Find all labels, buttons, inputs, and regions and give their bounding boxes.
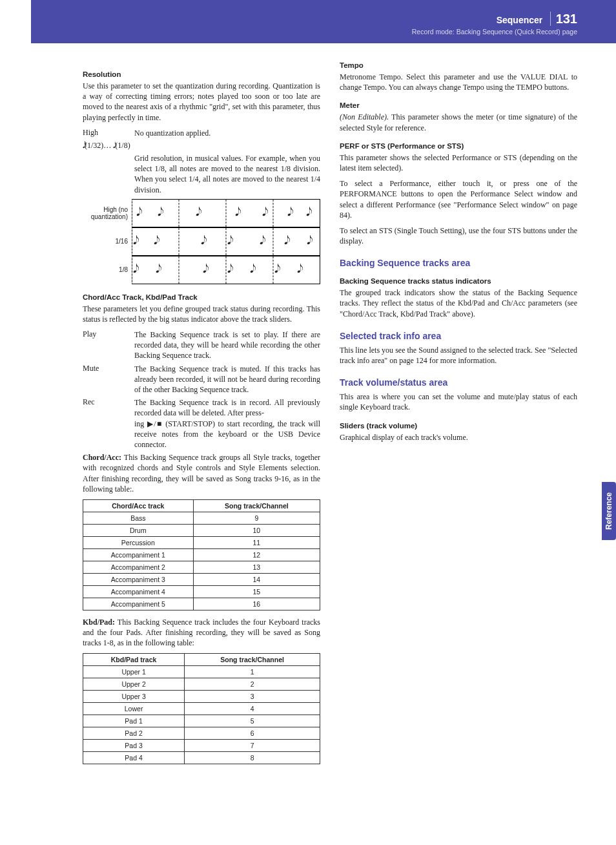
backseq-sub: Backing Sequence tracks status indicator… (340, 277, 577, 285)
selected-text: This line lets you see the Sound assigne… (340, 345, 577, 366)
quant-label-high: High (no quantization) (83, 206, 132, 220)
table2-h2: Song track/Channel (185, 654, 320, 666)
kbd-pad-table: Kbd/Pad track Song track/Channel Upper 1… (83, 653, 320, 764)
table-row: Pad 15 (83, 715, 320, 727)
selected-heading: Selected track info area (340, 331, 577, 341)
def-rec-1: The Backing Sequence track is in record.… (134, 398, 320, 417)
kbdpad-text: Kbd/Pad: This Backing Sequence track inc… (83, 617, 320, 649)
meter-text: (Non Editable). This parameter shows the… (340, 112, 577, 132)
resolution-heading: Resolution (83, 70, 320, 78)
tempo-heading: Tempo (340, 61, 577, 69)
table-row: Upper 22 (83, 678, 320, 691)
volume-text: This area is where you can set the volum… (340, 391, 577, 412)
backseq-heading: Backing Sequence tracks area (340, 258, 577, 268)
quant-label-16: 1/16 (83, 238, 132, 245)
chordacc-text: Chord/Acc: This Backing Sequence track g… (83, 452, 320, 494)
def-range: Grid resolution, in musical values. For … (134, 153, 320, 195)
def-rec-2: ing ▶/■ (START/STOP) to start recording,… (134, 419, 320, 449)
sliders-heading: Sliders (track volume) (340, 422, 577, 430)
perf-text-2: To select a Performance, either touch it… (340, 178, 577, 220)
table-row: Upper 33 (83, 691, 320, 703)
chord-acc-table: Chord/Acc track Song track/Channel Bass9… (83, 499, 320, 610)
sliders-text: Graphical display of each track's volume… (340, 432, 577, 443)
resolution-text: Use this parameter to set the quantizati… (83, 81, 320, 123)
perf-text-3: To select an STS (Single Touch Setting),… (340, 225, 577, 246)
table-row: Lower4 (83, 703, 320, 715)
table-row: Accompaniment 112 (83, 548, 320, 561)
table-row: Pad 48 (83, 752, 320, 764)
header-subtitle: Record mode: Backing Sequence (Quick Rec… (412, 28, 577, 36)
quant-label-8: 1/8 (83, 266, 132, 273)
term-mute: Mute (83, 364, 134, 395)
meter-heading: Meter (340, 101, 577, 109)
table-row: Drum10 (83, 524, 320, 536)
table-row: Accompaniment 516 (83, 598, 320, 610)
table-row: Accompaniment 213 (83, 561, 320, 573)
term-play: Play (83, 329, 134, 361)
range-spacer (83, 153, 134, 195)
tempo-text: Metronome Tempo. Select this parameter a… (340, 72, 577, 92)
chord-heading: Chord/Acc Track, Kbd/Pad Track (83, 293, 320, 301)
page-number: 131 (550, 12, 577, 26)
backseq-text: The grouped track indicators show the st… (340, 287, 577, 319)
table-row: Accompaniment 314 (83, 573, 320, 585)
page-body: Resolution Use this parameter to set the… (0, 43, 616, 799)
table-row: Bass9 (83, 512, 320, 524)
def-mute: The Backing Sequence track is muted. If … (134, 364, 320, 395)
page-header: Sequencer 131 Record mode: Backing Seque… (31, 0, 616, 43)
table1-h2: Song track/Channel (193, 499, 320, 512)
def-high: No quantization applied. (134, 128, 320, 138)
perf-text-1: This parameter shows the selected Perfor… (340, 152, 577, 173)
table-row: Upper 11 (83, 666, 320, 678)
table-row: Percussion11 (83, 536, 320, 548)
quantization-diagram: High (no quantization) 𝅘𝅥𝅮𝅘𝅥𝅮 𝅘𝅥𝅮 𝅘𝅥𝅮𝅘𝅥𝅮… (83, 199, 320, 284)
table2-h1: Kbd/Pad track (83, 654, 185, 666)
side-tab-reference: Reference (602, 482, 616, 540)
table-row: Pad 26 (83, 727, 320, 740)
chord-text: These parameters let you define grouped … (83, 304, 320, 324)
table1-h1: Chord/Acc track (83, 499, 194, 512)
term-rec: Rec (83, 397, 134, 450)
table-row: Accompaniment 415 (83, 585, 320, 598)
term-high: High (83, 128, 134, 138)
table-row: Pad 37 (83, 740, 320, 752)
perf-heading: PERF or STS (Performance or STS) (340, 142, 577, 150)
volume-heading: Track volume/status area (340, 377, 577, 388)
header-section: Sequencer (497, 15, 543, 25)
term-range: 𝅘𝅥𝅰 (1/32)… 𝅘𝅥𝅮 (1/8) (83, 141, 130, 151)
def-play: The Backing Sequence track is set to pla… (134, 329, 320, 361)
